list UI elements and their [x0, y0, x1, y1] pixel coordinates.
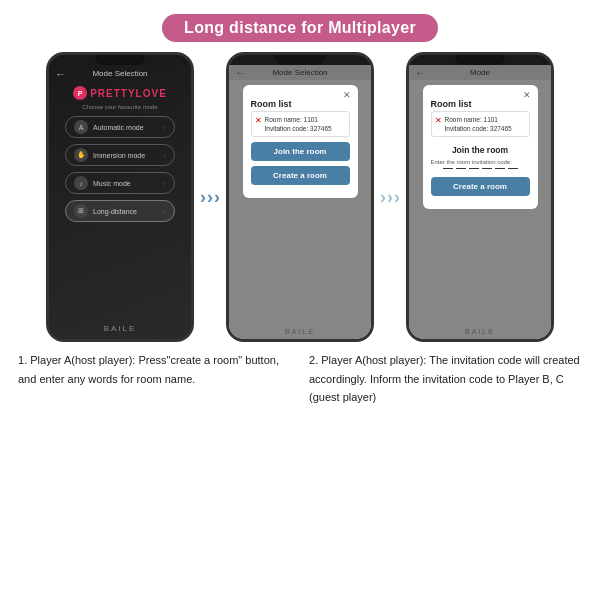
- arrow-1: › › ›: [200, 187, 220, 208]
- desc-1-num: 1: [18, 354, 24, 366]
- arrow-chevrons-1: › › ›: [200, 187, 220, 208]
- phones-row: ← Mode Selection P PRETTYLOVE Choose you…: [46, 52, 554, 342]
- desc-1-text: 1. Player A(host player): Press"create a…: [18, 354, 279, 385]
- phone2-modal-title: Room list: [251, 99, 292, 109]
- chevron4: ›: [380, 187, 386, 208]
- phone3-room-invitation: Invitation code: 327465: [445, 124, 512, 133]
- dash-2: [456, 168, 466, 169]
- phone2-modal-box: Room list ✕ ✕ Room name: 1101 Invitation…: [243, 85, 358, 198]
- music-icon: ♪: [74, 176, 88, 190]
- mode-longdistance[interactable]: ⊞ Long-distance ›: [65, 200, 175, 222]
- logo-area: P PRETTYLOVE: [73, 86, 167, 100]
- desc-col-2: 2. Player A(host player): The invitation…: [309, 350, 582, 406]
- phone1-back-icon: ←: [55, 68, 66, 80]
- header-title: Long distance for Multiplayer: [184, 19, 416, 36]
- phone3-notch: [455, 55, 505, 65]
- logo-icon: P: [73, 86, 87, 100]
- mode-music-label: Music mode: [93, 180, 131, 187]
- dash-1: [443, 168, 453, 169]
- choose-text: Choose your favourite mode: [82, 104, 157, 110]
- descriptions-row: 1. Player A(host player): Press"create a…: [0, 350, 600, 406]
- chevron1: ›: [200, 187, 206, 208]
- phone3-modal-overlay: Room list ✕ ✕ Room name: 1101 Invitation…: [409, 65, 551, 339]
- desc-1-body: Player A(host player): Press"create a ro…: [18, 354, 279, 385]
- phone1-screen: ← Mode Selection P PRETTYLOVE Choose you…: [49, 65, 191, 339]
- phone3-screen: ← Mode Room list ✕ ✕ Room name: 1101 Inv…: [409, 65, 551, 339]
- phone3-modal-close[interactable]: ✕: [523, 90, 531, 100]
- phone2-screen: ← Mode Selection Room list ✕ ✕ Room name…: [229, 65, 371, 339]
- arrow-2: › › ›: [380, 187, 400, 208]
- phone3-room-x-icon: ✕: [435, 116, 442, 125]
- chevron2: ›: [207, 187, 213, 208]
- immersion-icon: ✋: [74, 148, 88, 162]
- phone-2: ← Mode Selection Room list ✕ ✕ Room name…: [226, 52, 374, 342]
- phone1-brand: BAILE: [104, 324, 137, 339]
- create-room-button[interactable]: Create a room: [251, 166, 350, 185]
- phone1-title: Mode Selection: [92, 69, 147, 78]
- arrow-chevrons-2: › › ›: [380, 187, 400, 208]
- phone3-create-room-button[interactable]: Create a room: [431, 177, 530, 196]
- chevron5: ›: [387, 187, 393, 208]
- phone1-notch: [95, 55, 145, 65]
- phone2-notch: [275, 55, 325, 65]
- dash-6: [508, 168, 518, 169]
- auto-icon: A: [74, 120, 88, 134]
- header-banner: Long distance for Multiplayer: [162, 14, 438, 42]
- phone3-modal-title: Room list: [431, 99, 472, 109]
- mode-longdist-label: Long-distance: [93, 208, 137, 215]
- phone3-brand: BAILE: [465, 328, 495, 335]
- join-room-title: Join the room: [431, 145, 530, 155]
- join-input-dashes: [431, 168, 530, 169]
- desc-2-body: Player A(host player): The invitation co…: [309, 354, 580, 403]
- desc-col-1: 1. Player A(host player): Press"create a…: [18, 350, 291, 406]
- phone3-modal-box: Room list ✕ ✕ Room name: 1101 Invitation…: [423, 85, 538, 209]
- phone2-modal-close[interactable]: ✕: [343, 90, 351, 100]
- chevron6: ›: [394, 187, 400, 208]
- join-input-label: Enter the room invitation code:: [431, 159, 530, 165]
- room-invitation: Invitation code: 327465: [265, 124, 332, 133]
- longdist-icon: ⊞: [74, 204, 88, 218]
- desc-2-text: 2. Player A(host player): The invitation…: [309, 354, 580, 403]
- mode-auto-label: Automatic mode: [93, 124, 144, 131]
- room-info: Room name: 1101 Invitation code: 327465: [265, 115, 332, 133]
- room-entry: ✕ Room name: 1101 Invitation code: 32746…: [251, 111, 350, 137]
- dash-5: [495, 168, 505, 169]
- dash-4: [482, 168, 492, 169]
- phone2-brand: BAILE: [285, 328, 315, 335]
- join-room-button[interactable]: Join the room: [251, 142, 350, 161]
- phone3-room-entry: ✕ Room name: 1101 Invitation code: 32746…: [431, 111, 530, 137]
- room-x-icon: ✕: [255, 116, 262, 125]
- logo-text: PRETTYLOVE: [90, 88, 167, 99]
- mode-immersion[interactable]: ✋ Immersion mode ›: [65, 144, 175, 166]
- mode-immersion-label: Immersion mode: [93, 152, 145, 159]
- phone1-topbar: ← Mode Selection: [49, 65, 191, 82]
- chevron3: ›: [214, 187, 220, 208]
- phone3-room-name: Room name: 1101: [445, 115, 512, 124]
- phone-3: ← Mode Room list ✕ ✕ Room name: 1101 Inv…: [406, 52, 554, 342]
- dash-3: [469, 168, 479, 169]
- phone-1: ← Mode Selection P PRETTYLOVE Choose you…: [46, 52, 194, 342]
- phone3-room-info: Room name: 1101 Invitation code: 327465: [445, 115, 512, 133]
- room-name: Room name: 1101: [265, 115, 332, 124]
- desc-2-num: 2: [309, 354, 315, 366]
- mode-automatic[interactable]: A Automatic mode ›: [65, 116, 175, 138]
- phone2-modal-overlay: Room list ✕ ✕ Room name: 1101 Invitation…: [229, 65, 371, 339]
- mode-music[interactable]: ♪ Music mode ›: [65, 172, 175, 194]
